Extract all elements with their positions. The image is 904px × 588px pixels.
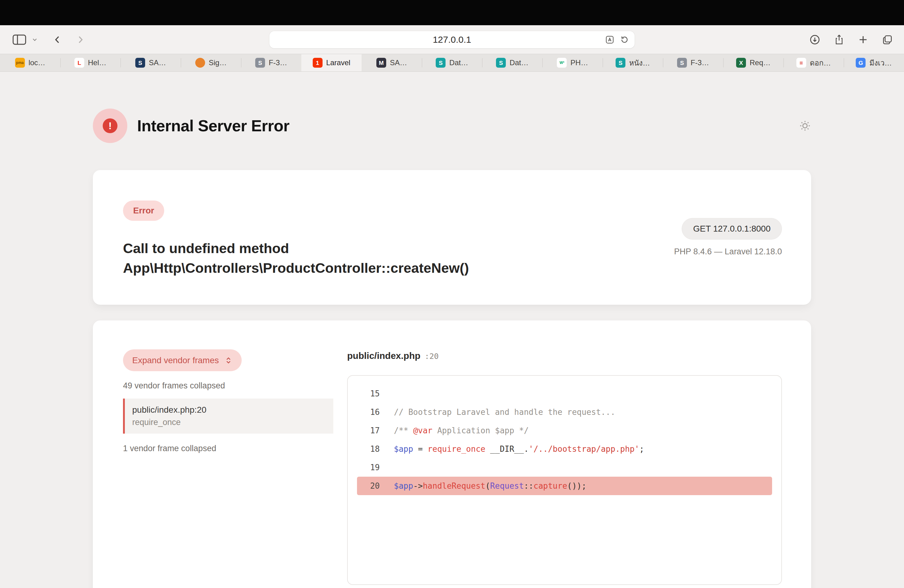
stack-trace-card: Expand vendor frames 49 vendor frames co…	[93, 321, 811, 588]
exception-card: Error Call to undefined method App\Http\…	[93, 170, 811, 305]
browser-tab[interactable]: SDat…	[482, 54, 542, 71]
menu-bar	[0, 0, 904, 25]
frames-column: Expand vendor frames 49 vendor frames co…	[123, 349, 333, 453]
tab-label: Laravel	[326, 58, 351, 67]
laravel-error-page: ! Internal Server Error Error Call to un…	[0, 72, 904, 588]
tab-favicon: ≡	[797, 58, 806, 68]
environment-versions: PHP 8.4.6 — Laravel 12.18.0	[674, 247, 782, 256]
frame-function: require_once	[132, 417, 326, 427]
tab-favicon: L	[74, 58, 84, 68]
tab-favicon	[195, 58, 205, 68]
browser-tab[interactable]: pmaloc…	[0, 54, 60, 71]
tab-favicon: pma	[15, 58, 25, 68]
error-badge: Error	[123, 201, 164, 221]
editor-line-number: :20	[425, 352, 438, 361]
browser-tab[interactable]: SF-3…	[241, 54, 301, 71]
back-button-icon[interactable]	[52, 35, 63, 45]
tab-favicon: S	[677, 58, 687, 68]
tab-label: หนัง…	[629, 57, 650, 69]
code-line-17: 17/** @var Application $app */	[357, 421, 772, 440]
editor-header: public/index.php :20	[347, 349, 782, 361]
tab-overview-icon[interactable]	[882, 34, 893, 45]
tab-favicon: S	[616, 58, 626, 68]
share-icon[interactable]	[834, 34, 844, 45]
url-text: 127.0.0.1	[269, 31, 635, 48]
new-tab-icon[interactable]	[858, 35, 868, 45]
browser-tab[interactable]: SSA…	[120, 54, 181, 71]
browser-tab[interactable]: 1Laravel	[301, 54, 362, 71]
theme-toggle-button[interactable]	[799, 120, 811, 132]
code-line-16: 16// Bootstrap Laravel and handle the re…	[357, 403, 772, 421]
editor-column: public/index.php :20 1516// Bootstrap La…	[347, 349, 782, 585]
code-line-20: 20$app->handleRequest(Request::capture()…	[357, 477, 772, 495]
tab-label: SA…	[149, 58, 166, 67]
tab-favicon: G	[856, 58, 866, 68]
tab-favicon: M	[376, 58, 386, 68]
tab-label: Sig…	[209, 58, 227, 67]
forward-button-icon[interactable]	[75, 35, 85, 45]
page-title: Internal Server Error	[137, 117, 289, 135]
tab-favicon: S	[255, 58, 265, 68]
browser-tab[interactable]: Sหนัง…	[603, 54, 663, 71]
request-pill: GET 127.0.0.1:8000	[682, 218, 782, 240]
sidebar-chevron-icon[interactable]	[32, 36, 38, 43]
tab-label: มีงเว…	[869, 57, 892, 69]
frame-file: public/index.php:20	[132, 405, 326, 415]
browser-tab[interactable]: SDat…	[422, 54, 482, 71]
editor-file-name: public/index.php	[347, 351, 420, 361]
tab-label: F-3…	[269, 58, 287, 67]
sidebar-toggle-icon[interactable]	[12, 33, 27, 46]
tab-favicon: S	[496, 58, 506, 68]
tab-label: ดอก…	[810, 57, 831, 69]
browser-tab[interactable]: ≡ดอก…	[784, 54, 844, 71]
browser-tab[interactable]: SF-3…	[663, 54, 723, 71]
tab-label: loc…	[28, 58, 46, 67]
chevron-up-down-icon	[224, 356, 232, 364]
stack-frame-item[interactable]: public/index.php:20 require_once	[123, 398, 333, 434]
tab-label: Req…	[750, 58, 771, 67]
collapsed-frames-below: 1 vendor frame collapsed	[123, 444, 333, 453]
downloads-icon[interactable]	[809, 34, 820, 45]
error-alert-icon: !	[93, 109, 127, 143]
tab-favicon: S	[436, 58, 446, 68]
tab-label: Dat…	[509, 58, 528, 67]
collapsed-frames-above: 49 vendor frames collapsed	[123, 381, 333, 390]
tab-favicon: X	[736, 58, 746, 68]
browser-tab[interactable]: LHel…	[60, 54, 120, 71]
address-bar[interactable]: 127.0.0.1	[269, 31, 635, 48]
expand-vendor-frames-button[interactable]: Expand vendor frames	[123, 349, 242, 371]
browser-tab[interactable]: W³PH…	[542, 54, 603, 71]
tab-label: PH…	[571, 58, 588, 67]
exception-message: Call to undefined method App\Http\Contro…	[123, 239, 615, 278]
code-line-19: 19	[357, 458, 772, 477]
tab-label: SA…	[390, 58, 407, 67]
page-header: ! Internal Server Error	[93, 109, 811, 143]
code-line-18: 18$app = require_once __DIR__.'/../boots…	[357, 440, 772, 458]
browser-tab[interactable]: XReq…	[723, 54, 784, 71]
tab-favicon: W³	[557, 58, 567, 68]
translate-icon[interactable]	[605, 35, 614, 44]
tab-favicon: 1	[313, 58, 322, 68]
tab-favicon: S	[135, 58, 145, 68]
tab-label: F-3…	[691, 58, 709, 67]
code-line-15: 15	[357, 384, 772, 403]
tab-label: Dat…	[449, 58, 468, 67]
reload-icon[interactable]	[620, 35, 629, 44]
code-snippet: 1516// Bootstrap Laravel and handle the …	[347, 375, 782, 585]
tab-bar: pmaloc…LHel…SSA…Sig…SF-3…1LaravelMSA…SDa…	[0, 54, 904, 72]
tab-label: Hel…	[88, 58, 106, 67]
browser-toolbar: 127.0.0.1	[0, 25, 904, 54]
browser-tab[interactable]: MSA…	[362, 54, 422, 71]
browser-tab[interactable]: Gมีงเว…	[844, 54, 904, 71]
browser-tab[interactable]: Sig…	[181, 54, 241, 71]
